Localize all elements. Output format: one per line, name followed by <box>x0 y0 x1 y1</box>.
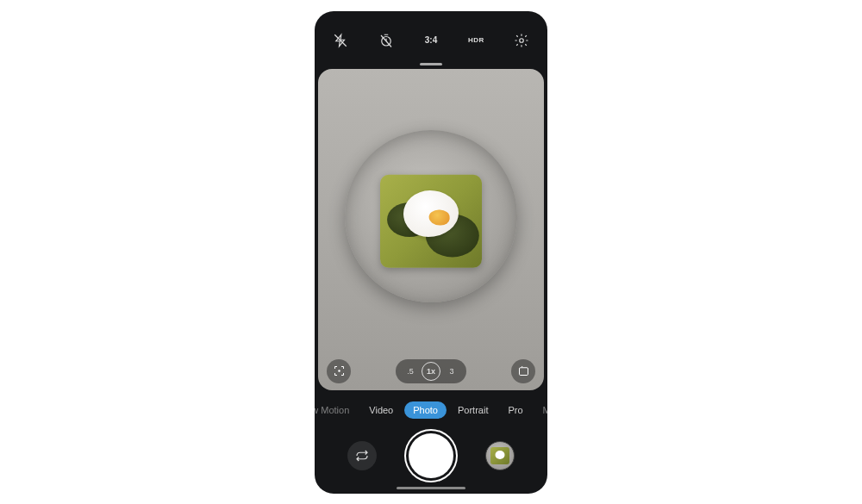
mode-video[interactable]: Video <box>360 401 402 419</box>
zoom-option-3x[interactable]: 3 <box>442 362 461 381</box>
settings-button[interactable] <box>503 33 540 48</box>
camera-app: 3:4 HDR .5 1x 3 <box>315 11 547 494</box>
zoom-option-0_5x[interactable]: .5 <box>401 362 420 381</box>
svg-point-9 <box>527 369 528 370</box>
subject-egg-yolk <box>429 210 450 226</box>
timer-toggle[interactable] <box>367 33 405 48</box>
camera-switch-icon <box>354 448 370 464</box>
ratio-label: 3:4 <box>425 35 437 45</box>
effects-button[interactable] <box>511 359 535 383</box>
mode-more[interactable]: M <box>534 401 547 419</box>
top-toolbar: 3:4 HDR <box>315 20 547 61</box>
svg-point-8 <box>522 366 522 367</box>
qr-scan-button[interactable] <box>327 359 351 383</box>
hdr-toggle[interactable]: HDR <box>457 36 495 44</box>
timer-off-icon <box>378 33 394 48</box>
flash-off-icon <box>333 33 348 48</box>
effects-icon <box>517 364 530 377</box>
gallery-thumbnail[interactable] <box>485 441 515 470</box>
shutter-button[interactable] <box>409 433 453 478</box>
scan-icon <box>333 364 346 377</box>
mode-pro[interactable]: Pro <box>499 401 531 419</box>
mode-slow-motion[interactable]: w Motion <box>315 401 358 419</box>
aspect-ratio-toggle[interactable]: 3:4 <box>412 35 450 45</box>
zoom-option-1x[interactable]: 1x <box>422 362 440 381</box>
gear-icon <box>514 33 529 48</box>
drawer-handle[interactable] <box>420 63 442 65</box>
svg-point-6 <box>338 370 340 372</box>
home-indicator[interactable] <box>397 487 465 489</box>
mode-portrait[interactable]: Portrait <box>449 401 497 419</box>
mode-selector[interactable]: w Motion Video Photo Portrait Pro M <box>315 395 547 425</box>
svg-rect-7 <box>519 368 528 376</box>
zoom-selector: .5 1x 3 <box>396 359 466 383</box>
flash-toggle[interactable] <box>322 33 359 48</box>
svg-point-5 <box>520 38 524 42</box>
bottom-toolbar <box>315 425 547 487</box>
hdr-label: HDR <box>468 36 484 44</box>
viewfinder[interactable]: .5 1x 3 <box>318 69 544 390</box>
switch-camera-button[interactable] <box>347 441 377 470</box>
viewfinder-overlay-row: .5 1x 3 <box>318 359 544 383</box>
mode-photo[interactable]: Photo <box>404 401 447 419</box>
